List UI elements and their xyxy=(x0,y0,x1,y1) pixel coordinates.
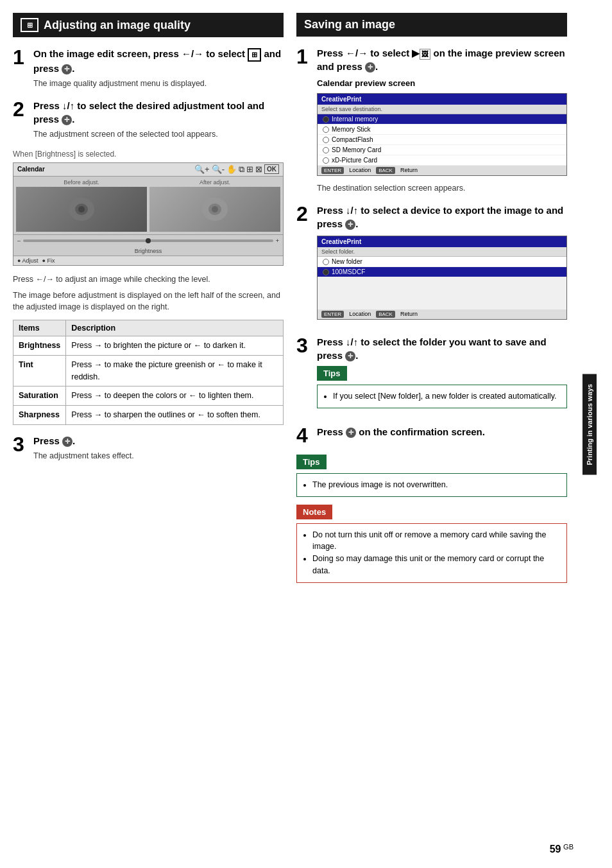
step-3-number: 3 xyxy=(13,434,27,462)
menu-footer-1: ENTER Location BACK Return xyxy=(318,166,566,175)
after-image xyxy=(149,187,280,232)
enter-symbol-r2: ✛ xyxy=(345,220,355,230)
left-step-2: 2 Press ↓/↑ to select the desired adjust… xyxy=(13,99,284,141)
menu-items-1: Internal memoryMemory StickCompactFlashS… xyxy=(318,114,566,166)
copy-icon: ⧉ xyxy=(239,164,244,175)
menu-item-label: Memory Stick xyxy=(332,126,371,133)
enter-symbol-2: ✛ xyxy=(62,115,72,125)
left-column: ⊞ Adjusting an image quality 1 On the im… xyxy=(13,13,284,837)
step-2-title: Press ↓/↑ to select the desired adjustme… xyxy=(33,99,284,126)
calendar-preview-label: Calendar preview screen xyxy=(317,78,567,88)
folder-screenshot: CreativePrint Select folder. New folder1… xyxy=(317,236,567,320)
table-row: SharpnessPress → to sharpen the outlines… xyxy=(13,406,284,425)
left-section-header: ⊞ Adjusting an image quality xyxy=(13,13,284,37)
table-cell-desc: Press → to brighten the picture or ← to … xyxy=(66,336,284,356)
right-step-4: 4 Press ✛ on the confirmation screen. xyxy=(296,425,567,446)
menu-title-1: CreativePrint xyxy=(318,94,566,105)
brightness-screenshot: Calendar 🔍+ 🔍- ✋ ⧉ ⊞ ⊠ OK Before adjust. xyxy=(13,162,284,266)
slider-track[interactable] xyxy=(23,239,273,242)
zoom-out-icon: 🔍- xyxy=(212,164,225,174)
right-step-2-content: Press ↓/↑ to select a device to export t… xyxy=(317,204,567,326)
after-panel: After adjust. xyxy=(149,179,280,232)
right-step-3: 3 Press ↓/↑ to select the folder you wan… xyxy=(296,335,567,416)
screenshot-body: Before adjust. After adjust. xyxy=(13,177,283,234)
menu-item-label: Internal memory xyxy=(332,116,378,123)
menu-items-2: New folder100MSDCF xyxy=(318,257,566,277)
ok-button[interactable]: OK xyxy=(264,164,279,174)
return-label-2: Return xyxy=(400,311,418,318)
screenshot-icons: 🔍+ 🔍- ✋ ⧉ ⊞ ⊠ OK xyxy=(194,164,279,175)
page-number: 59 xyxy=(550,844,561,855)
left-step-1: 1 On the image edit screen, press ←/→ to… xyxy=(13,47,284,90)
menu-item-check xyxy=(323,259,329,265)
screenshot-title: Calendar xyxy=(17,166,192,173)
sidebar-wrapper: Printing in various ways xyxy=(580,13,599,837)
location-label-2: Location xyxy=(349,311,371,318)
table-row: BrightnessPress → to brighten the pictur… xyxy=(13,336,284,356)
step-2-number: 2 xyxy=(13,99,27,141)
right-step-2: 2 Press ↓/↑ to select a device to export… xyxy=(296,204,567,326)
enter-symbol-r3: ✛ xyxy=(345,351,355,361)
tips-content-2: The previous image is not overwritten. xyxy=(296,473,567,497)
right-step-1-number: 1 xyxy=(296,46,310,195)
table-cell-item: Tint xyxy=(13,355,66,386)
svg-point-5 xyxy=(212,206,218,213)
menu-item: SD Memory Card xyxy=(318,145,566,155)
location-btn-1: ENTER xyxy=(321,167,344,174)
screenshot-toolbar: Calendar 🔍+ 🔍- ✋ ⧉ ⊞ ⊠ OK xyxy=(13,163,283,177)
svg-point-2 xyxy=(78,206,85,213)
right-step-1-desc: The destination selection screen appears… xyxy=(317,182,567,195)
notes-item: Doing so may damage this unit or the mem… xyxy=(312,553,560,577)
right-step-4-title: Press ✛ on the confirmation screen. xyxy=(317,425,567,438)
table-cell-desc: Press → to deepen the colors or ← to lig… xyxy=(66,386,284,406)
menu-item-label: 100MSDCF xyxy=(332,268,365,275)
menu-subtitle-1: Select save destination. xyxy=(318,105,566,114)
table-cell-desc: Press → to make the picture greenish or … xyxy=(66,355,284,386)
step-1-number: 1 xyxy=(13,47,27,90)
before-image xyxy=(16,187,147,232)
fix-label: ● Fix xyxy=(42,257,55,264)
return-label-1: Return xyxy=(400,167,418,174)
step-3-desc: The adjustment takes effect. xyxy=(33,450,284,462)
back-btn-2: BACK xyxy=(376,311,395,318)
right-step-1-content: Press ←/→ to select ▶🖼 on the image prev… xyxy=(317,46,567,195)
adjust-desc-1: Press ←/→ to adjust an image while check… xyxy=(13,273,284,286)
brightness-label: Brightness xyxy=(13,247,283,256)
empty-space xyxy=(318,277,566,309)
right-step-1-title: Press ←/→ to select ▶🖼 on the image prev… xyxy=(317,46,567,73)
menu-item-label: CompactFlash xyxy=(332,136,373,143)
right-step-3-content: Press ↓/↑ to select the folder you want … xyxy=(317,335,567,416)
tips-label-1: Tips xyxy=(317,366,347,381)
notes-item: Do not turn this unit off or remove a me… xyxy=(312,529,560,553)
table-col-items: Items xyxy=(13,320,66,336)
tips-content-1: If you select [New folder], a new folder… xyxy=(317,385,567,408)
right-column: Saving an image 1 Press ←/→ to select ▶🖼… xyxy=(296,13,567,837)
menu-title-2: CreativePrint xyxy=(318,236,566,247)
menu-item-label: New folder xyxy=(332,258,362,265)
menu-item-label: xD-Picture Card xyxy=(332,157,377,164)
menu-item: Memory Stick xyxy=(318,125,566,135)
step-3-content: Press ✛. The adjustment takes effect. xyxy=(33,434,284,462)
menu-item-check xyxy=(323,137,329,143)
notes-section: Notes Do not turn this unit off or remov… xyxy=(296,505,567,583)
menu-subtitle-2: Select folder. xyxy=(318,247,566,257)
page-number-area: 59 GB xyxy=(13,837,599,855)
menu-item-check xyxy=(323,147,329,153)
slider-thumb xyxy=(146,238,151,243)
print-icon: ⊠ xyxy=(255,164,262,174)
location-btn-2: ENTER xyxy=(321,311,344,318)
menu-item-check xyxy=(323,116,329,123)
slider-area: – + xyxy=(13,234,283,247)
screenshot-footer: ● Adjust ● Fix xyxy=(13,256,283,265)
page: ⊞ Adjusting an image quality 1 On the im… xyxy=(0,0,612,868)
right-step-3-title: Press ↓/↑ to select the folder you want … xyxy=(317,335,567,362)
when-label: When [Brightness] is selected. xyxy=(13,150,284,159)
slider-plus: + xyxy=(276,238,279,244)
table-cell-item: Sharpness xyxy=(13,406,66,425)
right-step-4-content: Press ✛ on the confirmation screen. xyxy=(317,425,567,446)
menu-item: New folder xyxy=(318,257,566,267)
enter-symbol-r1: ✛ xyxy=(365,62,375,73)
adjustment-table: Items Description BrightnessPress → to b… xyxy=(13,320,284,425)
right-section-header: Saving an image xyxy=(296,13,567,37)
table-cell-item: Brightness xyxy=(13,336,66,356)
